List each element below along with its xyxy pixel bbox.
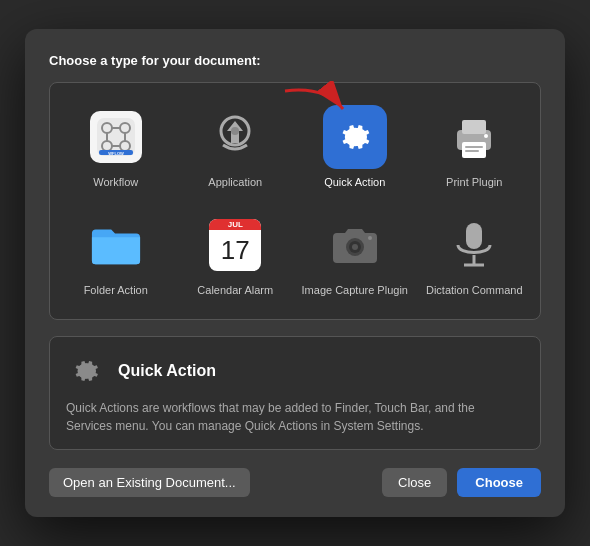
- type-grid-container: WFLOW Workflow: [49, 82, 541, 321]
- folder-action-label: Folder Action: [84, 283, 148, 297]
- type-item-calendar-alarm[interactable]: JUL 17 Calendar Alarm: [178, 207, 294, 303]
- application-icon: [209, 111, 261, 163]
- workflow-label: Workflow: [93, 175, 138, 189]
- svg-text:WFLOW: WFLOW: [108, 150, 124, 155]
- print-plugin-label: Print Plugin: [446, 175, 502, 189]
- calendar-day: 17: [209, 230, 261, 271]
- workflow-icon: WFLOW: [90, 111, 142, 163]
- svg-rect-15: [462, 120, 486, 134]
- button-row: Open an Existing Document... Close Choos…: [49, 468, 541, 497]
- svg-rect-18: [465, 150, 479, 152]
- dialog-title: Choose a type for your document:: [49, 53, 541, 68]
- open-existing-button[interactable]: Open an Existing Document...: [49, 468, 250, 497]
- quick-action-label: Quick Action: [324, 175, 385, 189]
- info-header: Quick Action: [66, 351, 524, 391]
- info-box: Quick Action Quick Actions are workflows…: [49, 336, 541, 450]
- document-type-dialog: Choose a type for your document:: [25, 29, 565, 518]
- print-plugin-icon-wrapper: [442, 105, 506, 169]
- print-plugin-icon: [448, 111, 500, 163]
- svg-point-19: [484, 134, 488, 138]
- application-icon-wrapper: [203, 105, 267, 169]
- calendar-alarm-icon: JUL 17: [209, 219, 261, 271]
- calendar-month: JUL: [209, 219, 261, 230]
- type-item-print-plugin[interactable]: Print Plugin: [417, 99, 533, 195]
- dictation-icon-wrapper: [442, 213, 506, 277]
- image-capture-icon: [329, 219, 381, 271]
- svg-rect-24: [466, 223, 482, 249]
- calendar-alarm-icon-wrapper: JUL 17: [203, 213, 267, 277]
- info-gear-icon: [66, 351, 106, 391]
- svg-point-22: [352, 244, 358, 250]
- type-item-workflow[interactable]: WFLOW Workflow: [58, 99, 174, 195]
- right-buttons: Close Choose: [382, 468, 541, 497]
- type-grid: WFLOW Workflow: [58, 99, 532, 304]
- folder-action-icon: [90, 219, 142, 271]
- dictation-label: Dictation Command: [426, 283, 523, 297]
- folder-action-icon-wrapper: [84, 213, 148, 277]
- choose-button[interactable]: Choose: [457, 468, 541, 497]
- calendar-alarm-label: Calendar Alarm: [197, 283, 273, 297]
- svg-point-13: [231, 127, 239, 135]
- svg-rect-17: [465, 146, 483, 148]
- type-item-image-capture[interactable]: Image Capture Plugin: [297, 207, 413, 303]
- image-capture-icon-wrapper: [323, 213, 387, 277]
- type-item-application[interactable]: Application: [178, 99, 294, 195]
- type-item-folder-action[interactable]: Folder Action: [58, 207, 174, 303]
- dictation-icon: [448, 219, 500, 271]
- quick-action-icon-wrapper: [323, 105, 387, 169]
- application-label: Application: [208, 175, 262, 189]
- svg-point-23: [368, 236, 372, 240]
- type-item-dictation[interactable]: Dictation Command: [417, 207, 533, 303]
- type-item-quick-action[interactable]: Quick Action: [297, 99, 413, 195]
- quick-action-icon: [329, 111, 381, 163]
- workflow-icon-wrapper: WFLOW: [84, 105, 148, 169]
- info-title: Quick Action: [118, 362, 216, 380]
- image-capture-label: Image Capture Plugin: [302, 283, 408, 297]
- info-description: Quick Actions are workflows that may be …: [66, 399, 524, 435]
- close-button[interactable]: Close: [382, 468, 447, 497]
